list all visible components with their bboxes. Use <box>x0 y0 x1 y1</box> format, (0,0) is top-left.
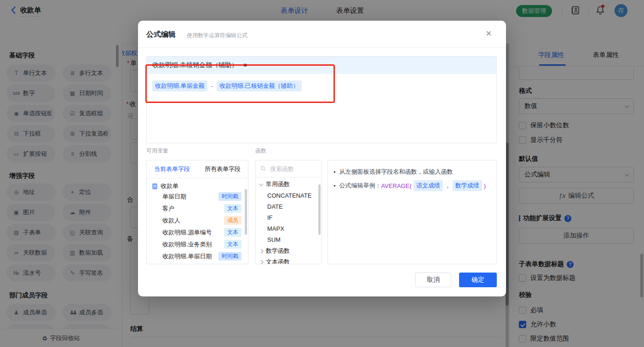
functions-panel: 常用函数 CONCATENATE DATE IF MAPX SUM 数学函数 文… <box>255 160 322 264</box>
variables-scrollbar-thumb[interactable] <box>245 189 247 235</box>
formula-operand-chip[interactable]: 收款明细.已核销金额（辅助） <box>217 80 302 91</box>
formula-target: 收款明细.未核销金额（辅助） <box>152 61 238 69</box>
formula-edit-modal: 公式编辑 使用数学运算符编辑公式 × 收款明细.未核销金额（辅助） = 收款明细… <box>138 21 506 296</box>
hint-comma: ， <box>445 182 451 190</box>
variable-row[interactable]: 收款明细.业务类别文本 <box>147 239 248 250</box>
modal-subtitle: 使用数学运算符编辑公式 <box>187 32 247 40</box>
variable-row[interactable]: 单据日期时间戳 <box>147 191 248 202</box>
functions-label: 函数 <box>255 147 266 155</box>
variable-row[interactable]: 收款明细.单据日期时间戳 <box>147 250 248 262</box>
field-type-badge: 文本 <box>224 228 242 237</box>
hint-line-2: 公式编辑举例： AVERAGE( 语文成绩 ， 数学成绩 ) <box>334 180 486 191</box>
field-type-badge: 时间戳 <box>218 252 242 261</box>
cancel-button[interactable]: 取消 <box>415 273 451 287</box>
formula-operand-chip[interactable]: 收款明细.单据金额 <box>152 80 207 91</box>
hint-function-name: AVERAGE( <box>381 182 412 189</box>
function-group-label: 常用函数 <box>266 180 290 188</box>
variable-name: 收款人 <box>162 216 180 225</box>
field-type-badge: 文本 <box>224 204 242 213</box>
function-group-common[interactable]: 常用函数 <box>256 179 322 190</box>
function-group-label: 文本函数 <box>266 258 290 264</box>
function-search-input[interactable] <box>269 165 317 173</box>
hint-example-prefix: 公式编辑举例： <box>339 182 381 190</box>
chevron-right-icon <box>259 249 264 253</box>
variable-name: 收款明细.源单编号 <box>162 228 212 237</box>
function-group-math[interactable]: 数学函数 <box>256 245 322 256</box>
field-type-badge: 成员 <box>224 216 242 225</box>
variable-name: 收款明细.业务类别 <box>162 240 212 249</box>
function-group-text[interactable]: 文本函数 <box>256 256 322 264</box>
minus-operator: - <box>211 83 213 90</box>
hint-panel: 从左侧面板选择字段名和函数，或输入函数 公式编辑举例： AVERAGE( 语文成… <box>328 160 497 264</box>
functions-scrollbar-thumb[interactable] <box>318 184 321 235</box>
tab-all-form-fields[interactable]: 所有表单字段 <box>197 165 248 173</box>
function-name: MAPX <box>267 225 284 232</box>
variable-row[interactable]: 收款人成员 <box>147 215 248 226</box>
field-type-badge: 时间戳 <box>218 192 242 201</box>
function-name: CONCATENATE <box>267 192 311 199</box>
variable-name: 客户 <box>162 205 174 213</box>
hint-close-paren: ) <box>484 182 486 189</box>
variable-name: 收款明细.单据日期 <box>162 252 212 261</box>
variable-name: 单据日期 <box>162 193 186 201</box>
search-icon <box>260 165 266 172</box>
function-item[interactable]: CONCATENATE <box>256 190 322 201</box>
function-item[interactable]: SUM <box>256 234 322 245</box>
close-icon[interactable]: × <box>486 29 492 38</box>
equals-sign: = <box>243 62 247 69</box>
function-name: IF <box>267 214 273 221</box>
hint-text: 从左侧面板选择字段名和函数，或输入函数 <box>339 168 453 176</box>
confirm-button[interactable]: 确定 <box>459 273 497 287</box>
chevron-right-icon <box>259 260 264 264</box>
hint-arg-chip: 语文成绩 <box>414 180 443 191</box>
chevron-down-icon <box>259 182 264 186</box>
variables-tree-root[interactable]: 收款单 <box>152 182 178 190</box>
variable-row[interactable]: 收款明细.源单编号文本 <box>147 227 248 238</box>
function-group-label: 数学函数 <box>266 247 290 255</box>
tree-root-label: 收款单 <box>161 182 178 190</box>
variables-label: 可用变量 <box>146 147 168 155</box>
hint-line-1: 从左侧面板选择字段名和函数，或输入函数 <box>334 168 453 176</box>
function-item[interactable]: DATE <box>256 201 322 212</box>
hint-arg-chip: 数学成绩 <box>453 180 482 191</box>
variables-panel: 当前表单字段 所有表单字段 收款单 单据日期时间戳 客户文本 收款人成员 收款明… <box>146 160 248 264</box>
variables-tabs: 当前表单字段 所有表单字段 <box>147 160 248 178</box>
modal-header-divider <box>138 47 506 48</box>
function-item[interactable]: IF <box>256 212 322 223</box>
modal-title: 公式编辑 <box>146 30 176 40</box>
variable-row[interactable]: 客户文本 <box>147 203 248 214</box>
document-icon <box>152 183 157 189</box>
function-search-row <box>256 160 322 177</box>
tab-current-form-fields[interactable]: 当前表单字段 <box>147 165 197 173</box>
formula-target-row: 收款明细.未核销金额（辅助） = <box>147 57 496 74</box>
function-name: SUM <box>267 236 281 243</box>
formula-expression-row[interactable]: 收款明细.单据金额 - 收款明细.已核销金额（辅助） <box>147 74 496 98</box>
function-item[interactable]: MAPX <box>256 223 322 234</box>
formula-editor[interactable]: 收款明细.未核销金额（辅助） = 收款明细.单据金额 - 收款明细.已核销金额（… <box>146 56 497 143</box>
function-name: DATE <box>267 203 283 210</box>
field-type-badge: 文本 <box>224 240 242 249</box>
